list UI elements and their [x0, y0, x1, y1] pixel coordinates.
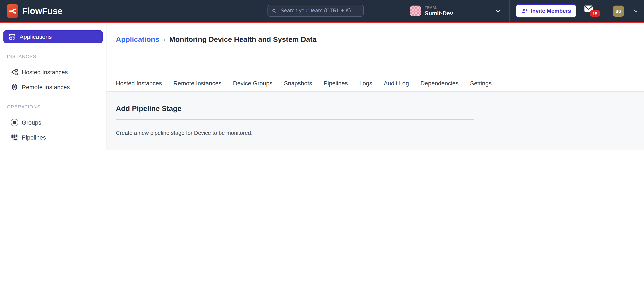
brand-logo[interactable]: FlowFuse [7, 4, 62, 18]
navbar-divider [402, 0, 402, 22]
sidebar-section-operations: OPERATIONS [7, 104, 106, 109]
tab-hosted-instances[interactable]: Hosted Instances [116, 80, 162, 87]
chevron-down-icon[interactable] [495, 8, 501, 14]
flowfuse-logo-icon [7, 4, 18, 18]
hosted-instances-icon [11, 68, 18, 76]
invite-members-button[interactable]: Invite Members [516, 4, 576, 18]
user-menu[interactable]: su [613, 6, 638, 17]
search-box [268, 5, 364, 17]
sidebar-item-groups[interactable]: Groups [0, 116, 106, 129]
sidebar-item-bill-of-materials[interactable]: Bill Of Materials [0, 146, 106, 150]
brand-wordmark: FlowFuse [22, 6, 62, 16]
sidebar-item-label: Applications [20, 33, 52, 40]
notifications-button[interactable]: 15 [584, 5, 597, 17]
page-title: Monitoring Device Health and System Data [169, 35, 317, 44]
groups-icon [11, 119, 18, 126]
navbar-divider [510, 0, 510, 22]
form-panel: Add Pipeline Stage Create a new pipeline… [106, 92, 644, 150]
sidebar: Applications INSTANCES Hosted Instances … [0, 23, 106, 150]
navbar-divider [604, 0, 604, 22]
tab-logs[interactable]: Logs [359, 80, 372, 87]
team-name: Sumit-Dev [425, 10, 453, 17]
title-divider [116, 119, 474, 119]
remote-instances-icon [11, 83, 18, 91]
tab-remote-instances[interactable]: Remote Instances [173, 80, 222, 87]
sidebar-item-label: Remote Instances [22, 84, 70, 90]
sidebar-item-remote-instances[interactable]: Remote Instances [0, 81, 106, 93]
sparkles-icon [91, 149, 97, 150]
tab-device-groups[interactable]: Device Groups [233, 80, 272, 87]
sidebar-item-applications[interactable]: Applications [4, 30, 103, 43]
top-navbar: FlowFuse TEAM: Sumit-Dev [0, 0, 644, 23]
tab-settings[interactable]: Settings [470, 80, 492, 87]
user-plus-icon [521, 8, 528, 14]
notification-badge: 15 [590, 10, 600, 17]
breadcrumb-separator: › [163, 36, 166, 44]
search-icon [272, 8, 277, 14]
tab-dependencies[interactable]: Dependencies [420, 80, 458, 87]
form-description: Create a new pipeline stage for Device t… [116, 130, 644, 136]
tab-snapshots[interactable]: Snapshots [284, 80, 312, 87]
applications-icon [8, 33, 16, 40]
chevron-down-icon [633, 8, 638, 14]
tab-bar: Hosted Instances Remote Instances Device… [106, 75, 644, 92]
team-selector[interactable]: TEAM: Sumit-Dev [410, 5, 453, 17]
main-content: Applications › Monitoring Device Health … [106, 23, 644, 150]
tab-audit-log[interactable]: Audit Log [384, 80, 409, 87]
sidebar-item-label: Bill Of Materials [22, 149, 64, 150]
sidebar-item-label: Pipelines [22, 134, 46, 141]
sidebar-section-instances: INSTANCES [7, 54, 106, 59]
form-title: Add Pipeline Stage [116, 105, 644, 113]
sidebar-item-pipelines[interactable]: Pipelines [0, 131, 106, 144]
user-avatar: su [613, 6, 624, 17]
team-avatar [410, 6, 421, 16]
breadcrumb: Applications › Monitoring Device Health … [116, 35, 316, 44]
sidebar-item-label: Hosted Instances [22, 69, 68, 76]
sidebar-item-label: Groups [22, 119, 41, 126]
stage-type-label: Stage Type [116, 149, 644, 150]
breadcrumb-applications-link[interactable]: Applications [116, 35, 159, 44]
app-root: FlowFuse TEAM: Sumit-Dev [0, 0, 644, 150]
team-label: TEAM: [425, 5, 453, 10]
sidebar-item-hosted-instances[interactable]: Hosted Instances [0, 66, 106, 79]
navbar-divider [578, 0, 578, 22]
pipelines-icon [11, 133, 18, 141]
tab-pipelines[interactable]: Pipelines [324, 80, 348, 87]
search-input[interactable] [280, 7, 360, 14]
bill-of-materials-icon [11, 148, 18, 150]
